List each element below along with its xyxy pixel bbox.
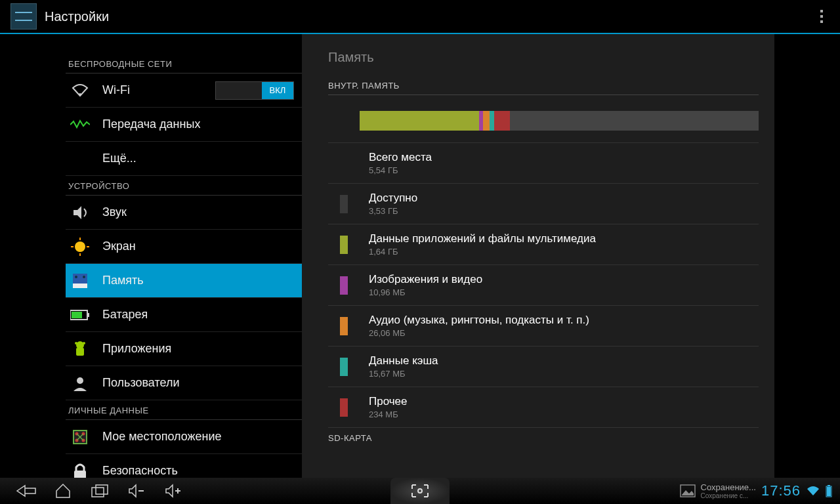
sidebar-item-label: Ещё...: [102, 152, 136, 165]
home-button[interactable]: [45, 478, 81, 504]
sidebar-item-display[interactable]: Экран: [66, 230, 302, 264]
section-personal: ЛИЧНЫЕ ДАННЫЕ: [66, 400, 302, 420]
settings-sidebar: БЕСПРОВОДНЫЕ СЕТИ Wi-Fi ВКЛ Передача дан…: [0, 34, 302, 478]
storage-swatch: [340, 276, 348, 295]
system-tray[interactable]: Сохранение... Сохранение с... 17:56: [680, 482, 832, 499]
storage-row-label: Доступно: [369, 192, 417, 205]
settings-app-icon: [10, 3, 37, 30]
storage-usage-bar: [328, 95, 759, 143]
notification-text: Сохранение... Сохранение с...: [701, 482, 756, 499]
sidebar-item-label: Приложения: [102, 342, 171, 356]
notification-image-icon: [680, 484, 696, 497]
storage-swatch: [340, 358, 348, 376]
storage-row[interactable]: Доступно3,53 ГБ: [328, 184, 759, 224]
wifi-icon: [68, 79, 92, 102]
sidebar-item-label: Мое местоположение: [102, 430, 222, 444]
storage-row: Всего места5,54 ГБ: [328, 143, 759, 184]
storage-row[interactable]: Прочее234 МБ: [328, 387, 759, 428]
storage-swatch: [340, 195, 348, 213]
sidebar-item-users[interactable]: Пользователи: [66, 366, 302, 400]
svg-rect-26: [92, 488, 104, 497]
battery-icon: [68, 303, 92, 327]
storage-row[interactable]: Данные кэша15,67 МБ: [328, 346, 759, 387]
wifi-status-icon: [806, 485, 820, 497]
detail-title: Память: [328, 50, 759, 81]
storage-row-value: 10,96 МБ: [369, 287, 482, 297]
clock: 17:56: [761, 482, 801, 499]
storage-row[interactable]: Изображения и видео10,96 МБ: [328, 265, 759, 306]
detail-section-sdcard: SD-КАРТА: [328, 433, 759, 447]
sidebar-item-more[interactable]: Ещё...: [66, 142, 302, 176]
svg-rect-11: [87, 313, 89, 317]
sound-icon: [68, 201, 92, 224]
overflow-menu-icon[interactable]: [814, 10, 830, 23]
storage-swatch: [340, 398, 348, 417]
storage-row-label: Данные приложений и файлы мультимедиа: [369, 232, 596, 245]
screenshot-button[interactable]: [390, 478, 450, 504]
storage-row-value: 3,53 ГБ: [369, 206, 417, 216]
sidebar-item-label: Пользователи: [102, 376, 179, 390]
display-icon: [68, 235, 92, 259]
data-usage-icon: [68, 113, 92, 136]
sidebar-item-battery[interactable]: Батарея: [66, 298, 302, 332]
svg-point-16: [83, 342, 85, 345]
storage-row-label: Всего места: [369, 151, 432, 164]
storage-icon: [68, 269, 92, 293]
volume-down-button[interactable]: [118, 478, 155, 504]
sidebar-item-apps[interactable]: Приложения: [66, 332, 302, 366]
title-bar: Настройки: [0, 0, 840, 34]
section-device: УСТРОЙСТВО: [66, 176, 302, 196]
storage-row-label: Прочее: [369, 395, 408, 408]
storage-row-label: Изображения и видео: [369, 273, 482, 286]
storage-row[interactable]: Аудио (музыка, рингтоны, подкасты и т. п…: [328, 306, 759, 346]
sidebar-item-wifi[interactable]: Wi-Fi ВКЛ: [66, 74, 302, 108]
storage-row-value: 1,64 ГБ: [369, 247, 596, 257]
svg-rect-27: [96, 485, 108, 494]
svg-point-15: [75, 342, 77, 345]
sidebar-item-label: Экран: [102, 240, 136, 253]
sidebar-item-sound[interactable]: Звук: [66, 196, 302, 230]
sidebar-item-data-usage[interactable]: Передача данных: [66, 108, 302, 142]
sidebar-item-label: Безопасность: [102, 464, 178, 478]
storage-swatch: [340, 317, 348, 335]
sidebar-item-label: Память: [102, 274, 144, 287]
svg-rect-34: [828, 485, 830, 486]
wifi-toggle[interactable]: ВКЛ: [215, 81, 294, 100]
back-button[interactable]: [8, 478, 45, 504]
apps-icon: [68, 337, 92, 361]
toggle-on-label: ВКЛ: [262, 82, 293, 99]
battery-status-icon: [826, 484, 832, 497]
sidebar-item-label: Звук: [102, 205, 127, 219]
location-icon: [68, 425, 92, 449]
svg-point-9: [83, 276, 85, 278]
detail-section-internal: ВНУТР. ПАМЯТЬ: [328, 81, 759, 95]
sidebar-item-location[interactable]: Мое местоположение: [66, 420, 302, 454]
storage-row-value: 5,54 ГБ: [369, 165, 432, 175]
svg-rect-7: [73, 284, 87, 288]
svg-point-17: [77, 377, 83, 384]
storage-row-label: Аудио (музыка, рингтоны, подкасты и т. п…: [369, 314, 589, 327]
storage-row[interactable]: Данные приложений и файлы мультимедиа1,6…: [328, 224, 759, 265]
sidebar-item-label: Wi-Fi: [102, 83, 130, 97]
sidebar-item-storage[interactable]: Память: [66, 264, 302, 298]
volume-up-button[interactable]: [155, 478, 192, 504]
storage-row-value: 234 МБ: [369, 410, 408, 419]
storage-row-value: 26,06 МБ: [369, 328, 589, 338]
section-wireless: БЕСПРОВОДНЫЕ СЕТИ: [66, 54, 302, 74]
sidebar-item-label: Батарея: [102, 308, 148, 322]
svg-point-1: [75, 242, 85, 252]
storage-detail-panel: Память ВНУТР. ПАМЯТЬ Всего места5,54 ГБД…: [302, 34, 774, 478]
recent-apps-button[interactable]: [81, 478, 118, 504]
system-navigation-bar: Сохранение... Сохранение с... 17:56: [0, 478, 840, 504]
lock-icon: [68, 459, 92, 478]
sidebar-item-label: Передача данных: [102, 117, 200, 131]
sidebar-item-security[interactable]: Безопасность: [66, 454, 302, 478]
users-icon: [68, 371, 92, 395]
svg-point-31: [418, 489, 422, 493]
svg-point-8: [75, 276, 77, 278]
svg-rect-25: [74, 471, 86, 478]
svg-point-0: [79, 93, 81, 96]
svg-rect-14: [76, 348, 84, 356]
storage-row-value: 15,67 МБ: [369, 369, 438, 379]
storage-swatch: [340, 236, 348, 254]
